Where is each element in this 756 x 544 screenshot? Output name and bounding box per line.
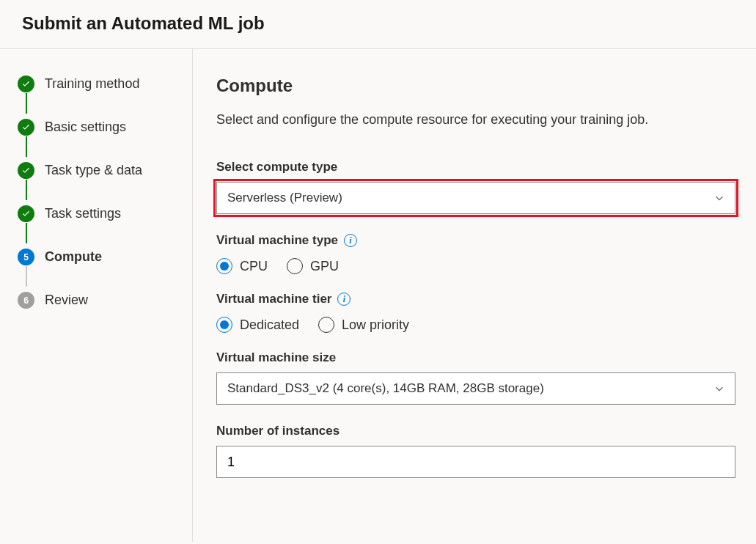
field-compute-type: Select compute type Serverless (Preview): [216, 160, 735, 214]
radio-selected-icon: [216, 258, 232, 274]
step-compute[interactable]: 5 Compute: [18, 249, 175, 292]
vm-tier-label: Virtual machine tier i: [216, 292, 735, 306]
step-number-icon: 5: [18, 249, 34, 265]
page-header: Submit an Automated ML job: [0, 0, 756, 48]
step-label: Review: [45, 293, 88, 308]
vm-type-label-text: Virtual machine type: [216, 233, 338, 248]
step-connector: [26, 93, 27, 114]
radio-label: Low priority: [342, 317, 409, 333]
vm-tier-label-text: Virtual machine tier: [216, 292, 331, 306]
step-label: Compute: [45, 249, 102, 265]
step-task-type-data[interactable]: Task type & data: [18, 162, 175, 205]
check-icon: [18, 76, 34, 92]
vm-type-cpu-option[interactable]: CPU: [216, 258, 268, 274]
radio-unselected-icon: [287, 258, 303, 274]
wizard-sidebar: Training method Basic settings Task type…: [0, 49, 193, 542]
step-label: Task settings: [45, 206, 121, 221]
check-icon: [18, 205, 34, 222]
step-label: Basic settings: [45, 120, 126, 135]
chevron-down-icon: [714, 193, 724, 203]
vm-size-value: Standard_DS3_v2 (4 core(s), 14GB RAM, 28…: [227, 381, 544, 396]
field-vm-tier: Virtual machine tier i Dedicated Low pri…: [216, 292, 735, 333]
field-instances: Number of instances: [216, 424, 735, 478]
instances-input[interactable]: [216, 446, 735, 478]
step-connector: [26, 223, 27, 243]
info-icon[interactable]: i: [344, 234, 357, 247]
field-vm-size: Virtual machine size Standard_DS3_v2 (4 …: [216, 350, 735, 405]
info-icon[interactable]: i: [337, 293, 351, 306]
vm-tier-dedicated-option[interactable]: Dedicated: [216, 317, 299, 333]
vm-type-radio-group: CPU GPU: [216, 258, 735, 274]
vm-size-dropdown[interactable]: Standard_DS3_v2 (4 core(s), 14GB RAM, 28…: [216, 372, 735, 405]
radio-selected-icon: [216, 317, 232, 333]
compute-type-label: Select compute type: [216, 160, 735, 174]
compute-type-dropdown[interactable]: Serverless (Preview): [216, 182, 735, 214]
radio-unselected-icon: [318, 317, 334, 333]
section-heading: Compute: [216, 76, 735, 96]
check-icon: [18, 162, 34, 179]
body-wrap: Training method Basic settings Task type…: [0, 49, 756, 542]
vm-size-label: Virtual machine size: [216, 350, 735, 365]
section-description: Select and configure the compute resourc…: [216, 112, 735, 128]
compute-type-value: Serverless (Preview): [227, 191, 342, 205]
step-task-settings[interactable]: Task settings: [18, 205, 175, 249]
radio-label: GPU: [310, 259, 339, 274]
step-connector: [26, 136, 27, 157]
chevron-down-icon: [714, 383, 724, 394]
step-review[interactable]: 6 Review: [18, 292, 175, 309]
field-vm-type: Virtual machine type i CPU GPU: [216, 233, 735, 274]
step-connector: [26, 180, 27, 200]
vm-type-gpu-option[interactable]: GPU: [287, 258, 339, 274]
page-title: Submit an Automated ML job: [22, 13, 734, 34]
main-content: Compute Select and configure the compute…: [193, 49, 756, 542]
vm-tier-radio-group: Dedicated Low priority: [216, 317, 735, 333]
step-training-method[interactable]: Training method: [18, 76, 175, 119]
check-icon: [18, 119, 34, 136]
step-number-icon: 6: [18, 292, 34, 309]
step-label: Training method: [45, 76, 139, 92]
radio-label: CPU: [240, 259, 268, 274]
radio-label: Dedicated: [240, 317, 299, 333]
step-label: Task type & data: [45, 163, 142, 178]
vm-type-label: Virtual machine type i: [216, 233, 735, 248]
instances-label: Number of instances: [216, 424, 735, 438]
step-basic-settings[interactable]: Basic settings: [18, 119, 175, 162]
step-connector: [26, 266, 27, 287]
vm-tier-low-priority-option[interactable]: Low priority: [318, 317, 409, 333]
